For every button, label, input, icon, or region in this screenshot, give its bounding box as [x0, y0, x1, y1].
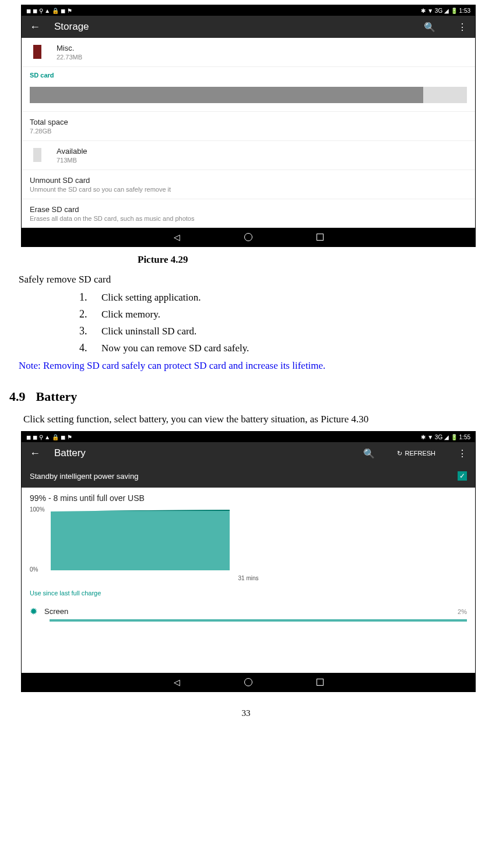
search-icon[interactable]: 🔍 [424, 22, 435, 33]
back-arrow-icon[interactable]: ← [30, 21, 40, 33]
navigation-bar: ◁ [22, 673, 475, 691]
chart-area-fill [51, 510, 230, 570]
step-number: 2. [79, 308, 91, 320]
screen-icon: ✹ [30, 606, 37, 617]
standby-label: Standby intelligent power saving [30, 472, 138, 481]
unmount-subtitle: Unmount the SD card so you can safely re… [30, 186, 468, 193]
screen-progress-container [22, 619, 475, 626]
overflow-menu-icon[interactable]: ⋮ [458, 448, 467, 459]
available-value: 713MB [57, 157, 468, 164]
section-number: 4.9 [9, 389, 26, 404]
total-space-row[interactable]: Total space 7.28GB [22, 112, 475, 141]
chart-x-label: 31 mins [30, 571, 467, 586]
available-color-icon [33, 148, 41, 162]
battery-screenshot: ◼ ◼ ⚲ ▲ 🔒 ◼ ⚑ ✱ ▼ 3G ◢ 🔋 1:55 ← Battery … [21, 431, 476, 692]
status-bar: ◼ ◼ ⚲ ▲ 🔒 ◼ ⚑ ✱ ▼ 3G ◢ 🔋 1:55 [22, 432, 475, 442]
note-text: Note: Removing SD card safely can protec… [19, 360, 483, 372]
sd-usage-bar-container [22, 82, 475, 112]
status-right-text: ✱ ▼ 3G ◢ 🔋 1:53 [421, 8, 470, 14]
step-number: 3. [79, 325, 91, 337]
section-heading: 4.9 Battery [9, 389, 483, 404]
list-item: 2. Click memory. [79, 308, 483, 320]
unmount-title: Unmount SD card [30, 176, 468, 185]
misc-size: 22.73MB [57, 54, 468, 61]
battery-chart[interactable]: 100% 0% 31 mins [22, 506, 475, 586]
app-title: Battery [54, 447, 341, 459]
steps-list: 1. Click setting application. 2. Click m… [79, 291, 483, 354]
sd-usage-fill [30, 87, 423, 103]
status-left-icons: ◼ ◼ ⚲ ▲ 🔒 ◼ ⚑ [26, 8, 72, 14]
standby-power-saving-row[interactable]: Standby intelligent power saving ✓ [22, 464, 475, 488]
nav-home-icon[interactable] [244, 233, 252, 241]
page-number: 33 [9, 708, 483, 718]
battery-status-line: 99% - 8 mins until full over USB [22, 488, 475, 506]
empty-space [22, 626, 475, 673]
refresh-button[interactable]: ↻ REFRESH [397, 450, 435, 457]
step-number: 4. [79, 342, 91, 354]
total-space-title: Total space [30, 118, 468, 126]
figure-caption-1: Picture 4.29 [138, 254, 483, 266]
misc-color-icon [33, 45, 41, 59]
chart-y-top: 100% [30, 506, 45, 513]
sd-usage-bar [30, 87, 467, 103]
list-item: 3. Click uninstall SD card. [79, 325, 483, 337]
erase-subtitle: Erases all data on the SD card, such as … [30, 215, 468, 222]
back-arrow-icon[interactable]: ← [30, 447, 40, 460]
app-bar: ← Battery 🔍 ↻ REFRESH ⋮ [22, 442, 475, 464]
nav-back-icon[interactable]: ◁ [174, 678, 180, 687]
status-left-icons: ◼ ◼ ⚲ ▲ 🔒 ◼ ⚑ [26, 434, 72, 440]
storage-screenshot: ◼ ◼ ⚲ ▲ 🔒 ◼ ⚑ ✱ ▼ 3G ◢ 🔋 1:53 ← Storage … [21, 5, 476, 247]
app-title: Storage [54, 21, 402, 33]
chart-y-bot: 0% [30, 566, 38, 573]
status-bar: ◼ ◼ ⚲ ▲ 🔒 ◼ ⚑ ✱ ▼ 3G ◢ 🔋 1:53 [22, 5, 475, 16]
unmount-row[interactable]: Unmount SD card Unmount the SD card so y… [22, 170, 475, 199]
step-text: Click uninstall SD card. [101, 326, 196, 337]
status-right-text: ✱ ▼ 3G ◢ 🔋 1:55 [421, 434, 470, 440]
use-since-charge-label: Use since last full charge [22, 586, 475, 602]
search-icon[interactable]: 🔍 [363, 448, 375, 459]
nav-home-icon[interactable] [244, 678, 252, 686]
screen-usage-row[interactable]: ✹ Screen 2% [22, 602, 475, 619]
overflow-menu-icon[interactable]: ⋮ [458, 22, 467, 33]
navigation-bar: ◁ [22, 228, 475, 246]
safely-remove-heading: Safely remove SD card [19, 274, 483, 285]
screen-label: Screen [44, 607, 451, 616]
available-row[interactable]: Available 713MB [22, 141, 475, 170]
standby-checkbox[interactable]: ✓ [458, 471, 467, 481]
step-number: 1. [79, 291, 91, 304]
step-text: Click setting application. [101, 292, 201, 304]
nav-back-icon[interactable]: ◁ [174, 232, 180, 242]
total-space-value: 7.28GB [30, 128, 468, 135]
screen-percentage: 2% [458, 608, 467, 615]
misc-title: Misc. [57, 44, 468, 52]
battery-intro: Click setting function, select battery, … [23, 414, 483, 425]
erase-title: Erase SD card [30, 205, 468, 214]
section-title: Battery [36, 389, 78, 404]
nav-recent-icon[interactable] [317, 234, 324, 241]
list-item: 4. Now you can remove SD card safely. [79, 342, 483, 354]
nav-recent-icon[interactable] [317, 679, 324, 686]
sd-card-section-label: SD card [22, 67, 475, 82]
step-text: Click memory. [101, 309, 160, 320]
screen-progress-bar [50, 619, 467, 622]
app-bar: ← Storage 🔍 ⋮ [22, 16, 475, 38]
available-title: Available [57, 147, 468, 156]
step-text: Now you can remove SD card safely. [101, 343, 249, 354]
erase-row[interactable]: Erase SD card Erases all data on the SD … [22, 199, 475, 228]
storage-misc-row[interactable]: Misc. 22.73MB [22, 38, 475, 67]
list-item: 1. Click setting application. [79, 291, 483, 304]
